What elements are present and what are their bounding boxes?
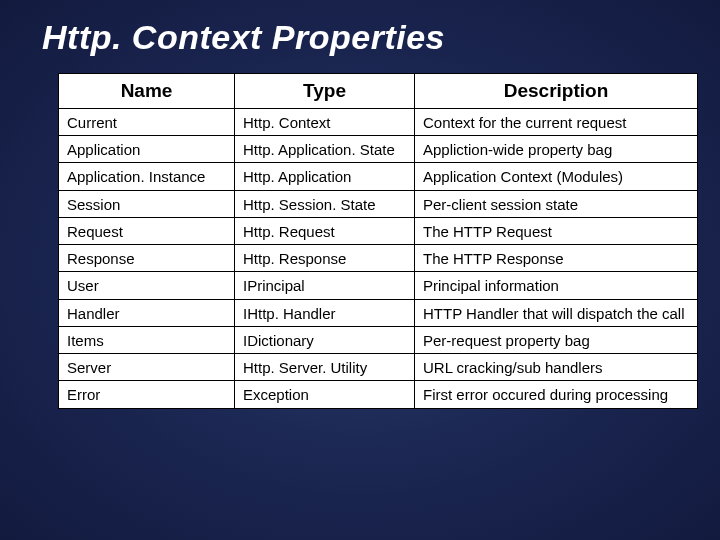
cell-name: Server xyxy=(59,354,235,381)
cell-type: IPrincipal xyxy=(235,272,415,299)
cell-desc: Appliction-wide property bag xyxy=(415,136,698,163)
cell-desc: Per-request property bag xyxy=(415,326,698,353)
cell-type: IDictionary xyxy=(235,326,415,353)
cell-type: Http. Application xyxy=(235,163,415,190)
table-row: SessionHttp. Session. StatePer-client se… xyxy=(59,190,698,217)
table-row: ErrorExceptionFirst error occured during… xyxy=(59,381,698,408)
cell-desc: First error occured during processing xyxy=(415,381,698,408)
cell-desc: The HTTP Response xyxy=(415,245,698,272)
cell-name: Session xyxy=(59,190,235,217)
cell-type: Http. Response xyxy=(235,245,415,272)
table-row: ServerHttp. Server. UtilityURL cracking/… xyxy=(59,354,698,381)
cell-name: Current xyxy=(59,108,235,135)
properties-table: Name Type Description CurrentHttp. Conte… xyxy=(58,73,698,409)
table-row: CurrentHttp. ContextContext for the curr… xyxy=(59,108,698,135)
table-header-row: Name Type Description xyxy=(59,74,698,109)
cell-desc: HTTP Handler that will dispatch the call xyxy=(415,299,698,326)
table-row: ItemsIDictionaryPer-request property bag xyxy=(59,326,698,353)
cell-desc: Principal information xyxy=(415,272,698,299)
cell-type: IHttp. Handler xyxy=(235,299,415,326)
page-title: Http. Context Properties xyxy=(42,18,696,57)
table-row: ResponseHttp. ResponseThe HTTP Response xyxy=(59,245,698,272)
cell-type: Http. Request xyxy=(235,217,415,244)
cell-desc: Per-client session state xyxy=(415,190,698,217)
cell-type: Http. Context xyxy=(235,108,415,135)
table-row: HandlerIHttp. HandlerHTTP Handler that w… xyxy=(59,299,698,326)
cell-type: Http. Session. State xyxy=(235,190,415,217)
cell-name: Handler xyxy=(59,299,235,326)
cell-name: Application xyxy=(59,136,235,163)
table-row: UserIPrincipalPrincipal information xyxy=(59,272,698,299)
slide: Http. Context Properties Name Type Descr… xyxy=(0,0,720,540)
cell-name: Response xyxy=(59,245,235,272)
col-header-name: Name xyxy=(59,74,235,109)
cell-desc: Context for the current request xyxy=(415,108,698,135)
cell-name: Application. Instance xyxy=(59,163,235,190)
cell-name: User xyxy=(59,272,235,299)
cell-name: Items xyxy=(59,326,235,353)
table-row: ApplicationHttp. Application. StateAppli… xyxy=(59,136,698,163)
cell-desc: The HTTP Request xyxy=(415,217,698,244)
cell-name: Error xyxy=(59,381,235,408)
cell-type: Http. Server. Utility xyxy=(235,354,415,381)
cell-type: Http. Application. State xyxy=(235,136,415,163)
cell-type: Exception xyxy=(235,381,415,408)
table-row: RequestHttp. RequestThe HTTP Request xyxy=(59,217,698,244)
cell-name: Request xyxy=(59,217,235,244)
col-header-type: Type xyxy=(235,74,415,109)
cell-desc: Application Context (Modules) xyxy=(415,163,698,190)
cell-desc: URL cracking/sub handlers xyxy=(415,354,698,381)
table-row: Application. InstanceHttp. ApplicationAp… xyxy=(59,163,698,190)
col-header-desc: Description xyxy=(415,74,698,109)
